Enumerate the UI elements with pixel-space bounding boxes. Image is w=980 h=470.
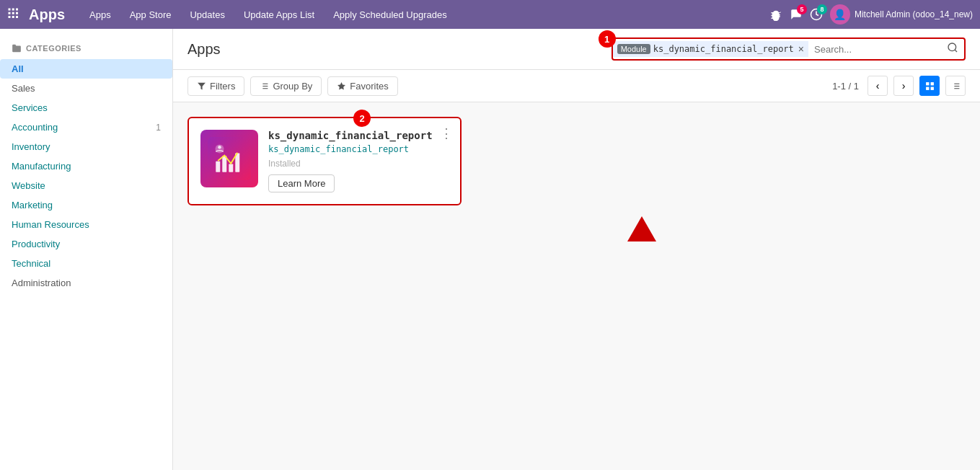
filter-icon	[197, 81, 206, 91]
chat-icon-btn[interactable]: 5	[790, 8, 803, 21]
search-box[interactable]: Module ks_dynamic_financial_report ×	[612, 37, 966, 61]
group-by-icon	[260, 81, 269, 91]
svg-marker-19	[337, 82, 345, 89]
svg-rect-3	[9, 12, 11, 14]
main-nav: Apps App Store Updates Update Apps List …	[82, 5, 769, 25]
svg-line-11	[955, 50, 957, 52]
svg-rect-5	[16, 12, 18, 14]
categories-label: CATEGORIES	[0, 43, 172, 59]
clock-icon-btn[interactable]: 8	[810, 8, 823, 21]
svg-rect-33	[229, 164, 233, 172]
svg-rect-20	[926, 82, 929, 85]
page-header: Apps 1 Module ks_dynamic_financial_repor…	[173, 29, 980, 70]
nav-update-apps-list[interactable]: Update Apps List	[237, 5, 322, 25]
app-name: ks_dynamic_financial_report	[268, 130, 449, 141]
content: Apps 1 Module ks_dynamic_financial_repor…	[173, 29, 980, 470]
app-card: ks_dynamic_financial_report ks_dynamic_f…	[187, 117, 462, 205]
svg-rect-8	[16, 16, 18, 18]
svg-rect-4	[12, 12, 14, 14]
view-list-button[interactable]	[945, 76, 966, 96]
search-area: 1 Module ks_dynamic_financial_report ×	[612, 37, 966, 61]
app-menu-button[interactable]: ⋮	[440, 125, 453, 141]
pagination-info: 1-1 / 1	[832, 81, 859, 92]
sidebar: CATEGORIES All Sales Services Accounting…	[0, 29, 173, 470]
sidebar-item-administration[interactable]: Administration	[0, 273, 172, 293]
group-by-button[interactable]: Group By	[250, 76, 322, 96]
annotation-1: 1	[599, 30, 616, 48]
page-title: Apps	[187, 41, 221, 58]
main-layout: CATEGORIES All Sales Services Accounting…	[0, 29, 980, 470]
nav-app-store[interactable]: App Store	[123, 5, 179, 25]
folder-icon	[12, 43, 22, 53]
brand-title: Apps	[29, 6, 65, 23]
sidebar-item-website[interactable]: Website	[0, 176, 172, 195]
topbar: Apps Apps App Store Updates Update Apps …	[0, 0, 980, 29]
bug-icon-btn[interactable]	[769, 8, 782, 21]
apps-grid: 2	[173, 102, 980, 220]
sidebar-item-manufacturing[interactable]: Manufacturing	[0, 156, 172, 176]
svg-rect-7	[12, 16, 14, 18]
svg-rect-30	[208, 137, 251, 180]
search-tag-value: ks_dynamic_financial_report	[653, 44, 794, 54]
favorites-button[interactable]: Favorites	[327, 76, 397, 96]
app-subtitle: ks_dynamic_financial_report	[268, 144, 449, 154]
search-tag-remove[interactable]: ×	[798, 43, 804, 55]
filter-bar: Filters Group By	[173, 70, 980, 102]
star-icon	[337, 81, 346, 91]
search-tag: Module ks_dynamic_financial_report ×	[613, 41, 808, 57]
sidebar-item-accounting[interactable]: Accounting 1	[0, 117, 172, 137]
sidebar-item-marketing[interactable]: Marketing	[0, 195, 172, 215]
app-status: Installed	[268, 159, 449, 169]
filter-group: Filters Group By	[187, 76, 398, 96]
learn-more-button[interactable]: Learn More	[268, 174, 335, 192]
search-tag-label: Module	[617, 44, 650, 54]
grid-menu-icon[interactable]	[7, 7, 20, 22]
sidebar-item-sales[interactable]: Sales	[0, 79, 172, 98]
sidebar-item-all[interactable]: All	[0, 59, 172, 79]
view-kanban-button[interactable]	[919, 76, 940, 96]
search-button[interactable]	[941, 39, 964, 59]
app-info: ks_dynamic_financial_report ks_dynamic_f…	[268, 130, 449, 192]
user-info[interactable]: 👤 Mitchell Admin (odoo_14_new)	[830, 4, 973, 25]
topbar-right: 5 8 👤 Mitchell Admin (odoo_14_new)	[769, 4, 973, 25]
pagination-prev[interactable]: ‹	[868, 76, 888, 96]
pagination: 1-1 / 1 ‹ ›	[832, 76, 966, 96]
sidebar-item-productivity[interactable]: Productivity	[0, 234, 172, 254]
svg-rect-21	[930, 82, 933, 85]
svg-marker-12	[198, 82, 206, 89]
svg-rect-1	[12, 8, 14, 10]
svg-rect-2	[16, 8, 18, 10]
clock-badge: 8	[817, 4, 827, 14]
chat-badge: 5	[797, 4, 807, 14]
svg-rect-31	[216, 161, 220, 172]
list-icon	[951, 81, 961, 91]
svg-rect-22	[926, 87, 929, 89]
filters-button[interactable]: Filters	[187, 76, 244, 96]
kanban-icon	[925, 81, 935, 91]
svg-point-10	[948, 43, 956, 51]
app-card-wrapper: 2	[187, 117, 462, 205]
sidebar-item-human-resources[interactable]: Human Resources	[0, 215, 172, 234]
annotation-2: 2	[353, 110, 371, 127]
svg-rect-23	[930, 87, 933, 89]
svg-rect-6	[9, 16, 11, 18]
nav-updates[interactable]: Updates	[182, 5, 231, 25]
nav-apply-scheduled-upgrades[interactable]: Apply Scheduled Upgrades	[326, 5, 454, 25]
search-input[interactable]	[808, 41, 941, 58]
sidebar-item-technical[interactable]: Technical	[0, 254, 172, 273]
user-name: Mitchell Admin (odoo_14_new)	[855, 9, 973, 19]
sidebar-item-services[interactable]: Services	[0, 98, 172, 117]
pagination-next[interactable]: ›	[893, 76, 914, 96]
svg-point-36	[218, 146, 221, 149]
user-avatar: 👤	[830, 4, 850, 25]
sidebar-item-inventory[interactable]: Inventory	[0, 137, 172, 156]
nav-apps[interactable]: Apps	[82, 5, 118, 25]
app-icon	[200, 130, 258, 187]
svg-rect-0	[9, 8, 11, 10]
